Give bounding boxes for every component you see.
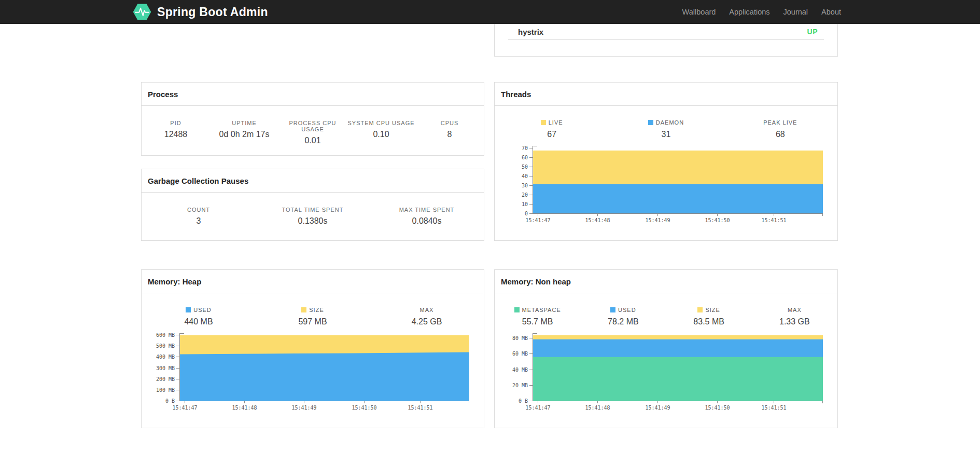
gc-card-title: Garbage Collection Pauses <box>148 176 248 185</box>
heap-card-title: Memory: Heap <box>148 277 201 286</box>
nav-item-applications[interactable]: Applications <box>722 8 776 16</box>
metric-system-cpu: SYSTEM CPU USAGE 0.10 <box>347 120 415 145</box>
svg-text:30: 30 <box>522 183 528 188</box>
svg-text:200 MB: 200 MB <box>156 376 175 382</box>
metric-label: COUNT <box>142 207 256 213</box>
metric-pid: PID 12488 <box>142 120 210 145</box>
legend-item-live: LIVE 67 <box>495 119 609 139</box>
svg-text:15:41:48: 15:41:48 <box>232 405 257 411</box>
nonheap-card-heading: Memory: Non heap <box>495 270 837 293</box>
heap-card: Memory: Heap USED 440 MB SIZE 597 MB MAX… <box>141 269 484 428</box>
nonheap-legend: METASPACE 55.7 MB USED 78.2 MB SIZE 83.5… <box>495 293 837 326</box>
metric-label: PROCESS CPU USAGE <box>278 120 347 132</box>
svg-text:60 MB: 60 MB <box>512 351 528 357</box>
svg-text:15:41:50: 15:41:50 <box>352 405 376 411</box>
threads-card: Threads LIVE 67 DAEMON 31 PEAK LIVE 68 0… <box>494 82 838 241</box>
health-service-name: hystrix <box>518 28 543 36</box>
svg-text:15:41:50: 15:41:50 <box>705 217 730 223</box>
svg-text:80 MB: 80 MB <box>512 335 528 341</box>
legend-label: USED <box>580 307 666 313</box>
svg-text:15:41:50: 15:41:50 <box>705 405 730 411</box>
gc-card-heading: Garbage Collection Pauses <box>142 169 484 193</box>
legend-value: 31 <box>609 130 723 139</box>
svg-text:40 MB: 40 MB <box>512 367 528 373</box>
legend-item-peak-live: PEAK LIVE 68 <box>723 119 837 139</box>
legend-value: 4.25 GB <box>370 317 484 326</box>
metric-gc-count: COUNT 3 <box>142 207 256 226</box>
legend-label-text: SIZE <box>309 307 324 313</box>
svg-text:15:41:51: 15:41:51 <box>408 405 432 411</box>
gc-card: Garbage Collection Pauses COUNT 3 TOTAL … <box>141 169 484 241</box>
metric-process-cpu: PROCESS CPU USAGE 0.01 <box>278 120 347 145</box>
live-swatch-icon <box>541 120 546 125</box>
size-swatch-icon <box>301 307 306 312</box>
metric-label: UPTIME <box>210 120 278 126</box>
legend-label: METASPACE <box>495 307 580 313</box>
metric-uptime: UPTIME 0d 0h 2m 17s <box>210 120 278 145</box>
heap-legend: USED 440 MB SIZE 597 MB MAX 4.25 GB <box>142 293 484 326</box>
gc-metrics: COUNT 3 TOTAL TIME SPENT 0.1380s MAX TIM… <box>142 193 484 226</box>
svg-text:400 MB: 400 MB <box>156 354 175 360</box>
legend-label-text: METASPACE <box>522 307 561 313</box>
svg-text:300 MB: 300 MB <box>156 365 175 371</box>
svg-text:15:41:47: 15:41:47 <box>172 405 197 411</box>
metric-label: CPUS <box>415 120 484 126</box>
legend-item-used: USED 440 MB <box>142 307 256 326</box>
legend-label: USED <box>142 307 256 313</box>
nav-item-wallboard[interactable]: Wallboard <box>676 8 723 16</box>
legend-item-size: SIZE 83.5 MB <box>666 307 752 326</box>
legend-value: 55.7 MB <box>495 317 580 326</box>
svg-text:100 MB: 100 MB <box>156 387 175 393</box>
metric-value: 0.1380s <box>256 216 370 226</box>
svg-text:15:41:49: 15:41:49 <box>645 405 670 411</box>
metric-gc-max-time: MAX TIME SPENT 0.0840s <box>370 207 484 226</box>
legend-label-text: LIVE <box>549 119 563 126</box>
nonheap-card-title: Memory: Non heap <box>501 277 571 286</box>
health-card: hystrix UP <box>494 24 838 57</box>
legend-label: SIZE <box>256 307 370 313</box>
legend-value: 67 <box>495 130 609 139</box>
threads-legend: LIVE 67 DAEMON 31 PEAK LIVE 68 <box>495 106 837 139</box>
svg-text:15:41:48: 15:41:48 <box>585 217 610 223</box>
metric-value: 8 <box>415 130 484 139</box>
metric-value: 0.01 <box>278 136 347 145</box>
nav-item-journal[interactable]: Journal <box>777 8 815 16</box>
metric-value: 0d 0h 2m 17s <box>210 130 278 139</box>
used-swatch-icon <box>186 307 191 312</box>
legend-label-text: MAX <box>788 307 802 313</box>
legend-label-text: DAEMON <box>656 119 684 126</box>
nav-links: Wallboard Applications Journal About <box>676 0 841 24</box>
svg-text:70: 70 <box>522 146 528 151</box>
metric-value: 3 <box>142 216 256 226</box>
legend-value: 597 MB <box>256 317 370 326</box>
legend-label-text: PEAK LIVE <box>763 119 797 126</box>
health-row: hystrix UP <box>508 24 824 40</box>
legend-label: LIVE <box>495 119 609 126</box>
legend-label-text: USED <box>618 307 636 313</box>
legend-label: SIZE <box>666 307 752 313</box>
svg-text:10: 10 <box>522 201 528 207</box>
brand-link[interactable]: Spring Boot Admin <box>132 0 268 24</box>
legend-item-max: MAX 1.33 GB <box>752 307 837 326</box>
svg-text:0 B: 0 B <box>519 398 528 404</box>
legend-value: 1.33 GB <box>752 317 837 326</box>
svg-text:40: 40 <box>522 173 528 179</box>
svg-text:15:41:49: 15:41:49 <box>645 217 670 223</box>
legend-item-size: SIZE 597 MB <box>256 307 370 326</box>
legend-label-text: USED <box>193 307 212 313</box>
nonheap-chart: 0 B20 MB40 MB60 MB80 MB15:41:4715:41:481… <box>495 333 837 413</box>
metric-label: PID <box>142 120 210 126</box>
svg-text:15:41:51: 15:41:51 <box>761 405 786 411</box>
metric-value: 0.0840s <box>370 216 484 226</box>
svg-text:600 MB: 600 MB <box>156 333 175 338</box>
metric-label: TOTAL TIME SPENT <box>256 207 370 213</box>
daemon-swatch-icon <box>648 120 653 125</box>
svg-text:60: 60 <box>522 155 528 160</box>
metric-label: SYSTEM CPU USAGE <box>347 120 415 126</box>
legend-label-text: MAX <box>420 307 434 313</box>
metric-label: MAX TIME SPENT <box>370 207 484 213</box>
metric-cpus: CPUS 8 <box>415 120 484 145</box>
nav-item-about[interactable]: About <box>815 8 841 16</box>
legend-label: DAEMON <box>609 119 723 126</box>
metaspace-swatch-icon <box>514 307 520 312</box>
